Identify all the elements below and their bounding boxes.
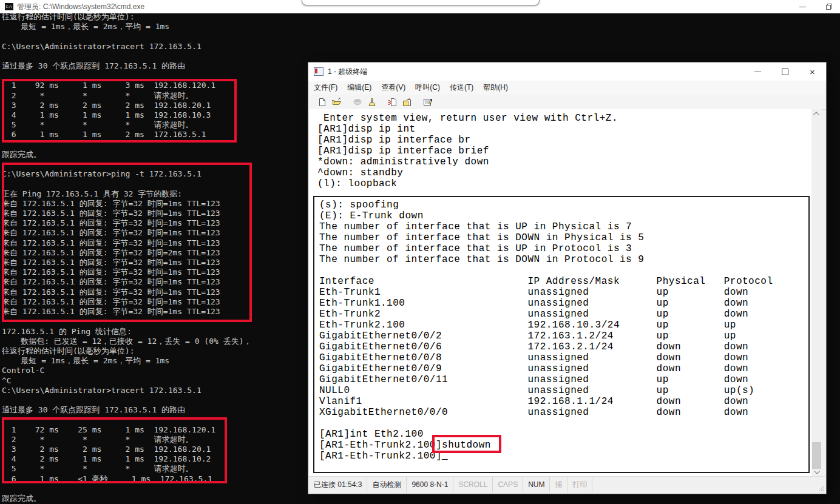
- scrollbar-up-button[interactable]: [811, 109, 822, 119]
- status-caps-lock: CAPS: [493, 477, 523, 492]
- properties-button[interactable]: [421, 95, 435, 109]
- background-window-edge[interactable]: [302, 0, 540, 5]
- annotation-box-ping: [2, 163, 252, 322]
- terminal-screen-area[interactable]: Enter system view, return user view with…: [309, 109, 822, 477]
- hyperterminal-minimize-button[interactable]: [744, 62, 771, 81]
- hyperterminal-window: 1 - 超级终端 × 文件(F)编辑(E)查看(V)呼叫(C)传送(T)帮助(H…: [308, 62, 826, 494]
- menu-item-0[interactable]: 文件(F): [309, 81, 342, 95]
- hyperterminal-maximize-button[interactable]: [771, 62, 799, 81]
- chevron-down-icon: [814, 468, 820, 474]
- status-autodetect: 自动检测: [367, 477, 407, 492]
- scrollbar-thumb[interactable]: [812, 442, 821, 469]
- terminal-menubar: 文件(F)编辑(E)查看(V)呼叫(C)传送(T)帮助(H): [309, 81, 825, 95]
- terminal-statusbar: 已连接 01:54:3 自动检测 9600 8-N-1 SCROLL CAPS …: [309, 476, 825, 492]
- terminal-screen-text: (s): spoofing (E): E-Trunk down The numb…: [314, 197, 808, 462]
- receive-file-icon: [402, 98, 413, 107]
- hyperterminal-titlebar[interactable]: 1 - 超级终端 ×: [308, 62, 826, 81]
- status-capture: 捕: [550, 477, 567, 492]
- menu-item-1[interactable]: 编辑(E): [342, 81, 376, 95]
- receive-file-button[interactable]: [400, 95, 415, 109]
- annotation-box-tracert2: [2, 417, 227, 483]
- cmd-restore-button[interactable]: [816, 0, 840, 13]
- desktop: { "annotation_color": "#e8112d", "cmd": …: [0, 0, 840, 504]
- call-button-disabled[interactable]: [350, 95, 365, 109]
- cmd-window-title: 管理员: C:\Windows\system32\cmd.exe: [17, 2, 144, 12]
- chevron-up-icon: [813, 112, 819, 118]
- cmd-minimize-button[interactable]: [789, 0, 816, 13]
- call-phone-icon: [353, 98, 362, 106]
- new-connection-button[interactable]: [315, 95, 330, 109]
- new-connection-icon: [318, 98, 327, 107]
- scrollbar-down-button[interactable]: [811, 466, 822, 477]
- menu-item-5[interactable]: 帮助(H): [478, 81, 513, 95]
- terminal-scrollbar[interactable]: [811, 109, 822, 477]
- resize-grip[interactable]: [818, 485, 824, 491]
- open-folder-icon: [332, 98, 342, 106]
- hyperterminal-title: 1 - 超级终端: [328, 67, 367, 77]
- close-icon: ×: [810, 67, 815, 77]
- terminal-screen-box: (s): spoofing (E): E-Trunk down The numb…: [313, 196, 810, 473]
- status-baud-rate: 9600 8-N-1: [407, 477, 453, 492]
- hyperterminal-close-button[interactable]: ×: [799, 62, 826, 81]
- status-print-echo: 打印: [567, 477, 592, 492]
- menu-item-2[interactable]: 查看(V): [376, 81, 410, 95]
- annotation-box-tracert1: [2, 79, 237, 143]
- minimize-icon: [754, 72, 761, 72]
- send-file-button[interactable]: [385, 95, 400, 109]
- cmd-icon: C:\: [5, 3, 13, 10]
- properties-icon: [423, 98, 433, 107]
- open-button[interactable]: [330, 95, 344, 109]
- status-num-lock: NUM: [523, 477, 550, 492]
- restore-icon: [825, 3, 833, 10]
- maximize-icon: [782, 69, 788, 75]
- hyperterminal-icon: [314, 67, 323, 76]
- disconnect-button[interactable]: [365, 95, 379, 109]
- status-connected: 已连接 01:54:3: [309, 477, 367, 492]
- annotation-box-shutdown: [432, 435, 501, 453]
- send-file-icon: [388, 98, 398, 107]
- menu-item-4[interactable]: 传送(T): [445, 81, 478, 95]
- menu-item-3[interactable]: 呼叫(C): [410, 81, 445, 95]
- status-scroll-lock: SCROLL: [453, 477, 493, 492]
- terminal-toolbar: [309, 95, 825, 110]
- statusbar-spacer: [592, 477, 825, 492]
- disconnect-phone-icon: [367, 98, 377, 107]
- minimize-icon: [799, 7, 806, 7]
- terminal-scrollback: Enter system view, return user view with…: [317, 113, 618, 189]
